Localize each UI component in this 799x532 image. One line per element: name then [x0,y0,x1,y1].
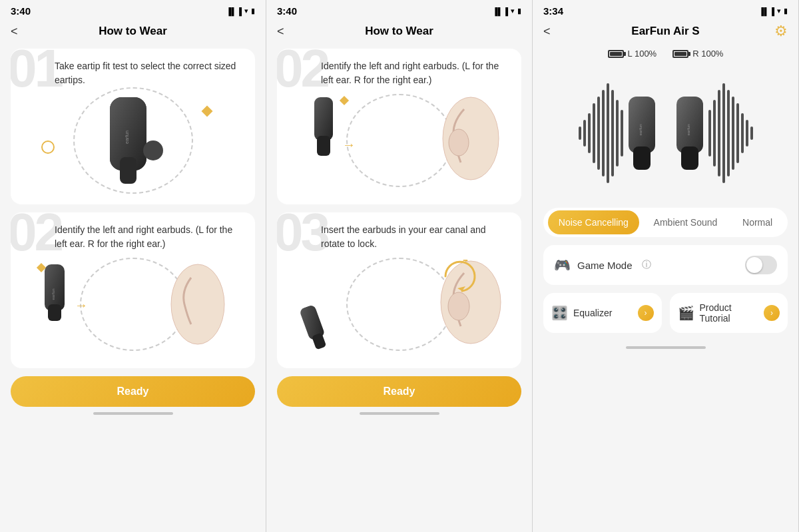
time-3: 3:34 [543,5,563,17]
wave-bar [621,110,623,156]
svg-rect-22 [681,146,698,170]
screen-2: 3:40 ▐▌▐ ▾ ▮ < How to Wear 02 Identify t… [266,0,533,532]
tutorial-card[interactable]: 🎬 Product Tutorial › [670,293,788,333]
equalizer-content: 🎛️ Equalizer [551,305,612,321]
feature-links: 🎛️ Equalizer › 🎬 Product Tutorial › [543,293,788,333]
status-icons-2: ▐▌▐ ▾ ▮ [493,7,521,15]
signal-icon-2: ▐▌▐ [493,7,508,15]
mode-selector: Noise Cancelling Ambient Sound Normal [543,208,788,237]
svg-rect-19 [633,146,651,170]
status-bar-1: 3:40 ▐▌▐ ▾ ▮ [0,0,266,19]
game-mode-row: 🎮 Game Mode ⓘ [543,245,788,285]
gear-icon[interactable]: ⚙ [774,23,788,40]
yellow-arrow-s2: → [342,137,356,152]
wave-bar [746,120,748,146]
step-02-card-s1: 02 Identify the left and right earbuds. … [11,212,255,368]
earbuds-hero: earfun earfun [533,67,799,200]
equalizer-icon: 🎛️ [551,305,568,321]
wave-bar [708,110,711,156]
wave-bar [588,113,591,153]
svg-rect-6 [45,264,65,311]
battery-right-label: R 100% [692,49,723,59]
battery-icon-status: ▮ [251,7,255,15]
step-02-card-s2: 02 Identify the left and right earbuds. … [277,49,521,204]
svg-text:earfun: earfun [51,288,55,300]
wave-bar [727,90,730,176]
svg-point-14 [448,292,469,320]
equalizer-card[interactable]: 🎛️ Equalizer › [543,293,662,333]
time-2: 3:40 [277,5,297,17]
tutorial-chevron: › [764,305,780,321]
nav-title-3: EarFun Air S [631,25,699,38]
earbud-left-hero: earfun [625,93,662,173]
status-icons-3: ▐▌▐ ▾ ▮ [759,7,788,15]
wave-bar [579,127,581,140]
battery-right: R 100% [672,49,723,59]
back-button-1[interactable]: < [11,25,18,39]
battery-icon-status-3: ▮ [784,7,788,15]
battery-right-icon [672,50,688,58]
dashed-circle-1 [73,87,193,194]
ready-button-2[interactable]: Ready [277,376,521,407]
home-indicator-1 [93,412,173,415]
equalizer-chevron: › [638,305,654,321]
earbud-small-s1: earfun [41,264,75,324]
svg-rect-11 [314,97,333,140]
svg-text:earfun: earfun [686,124,690,135]
step-02-illustration-s1: earfun → [21,251,244,358]
yellow-rotate-arrow [439,256,479,296]
status-bar-2: 3:40 ▐▌▐ ▾ ▮ [266,0,532,19]
step-03-card-s2: 03 Insert the earbuds in your ear canal … [277,212,521,368]
svg-point-5 [171,264,224,344]
content-1: 01 Take eartip fit test to select the co… [0,43,266,515]
earbud-locked-s2 [297,301,338,354]
equalizer-label: Equalizer [573,308,612,318]
game-mode-info-icon[interactable]: ⓘ [642,259,651,271]
wave-bar [602,90,605,176]
wifi-icon-2: ▾ [511,7,515,15]
earbud-insert-s2 [311,97,341,160]
nav-title-1: How to Wear [99,25,167,38]
wave-bar [713,100,716,166]
time-1: 3:40 [11,5,31,17]
status-icons-1: ▐▌▐ ▾ ▮ [226,7,255,15]
earbud-right-hero: earfun [670,93,706,173]
wave-bar [750,127,753,140]
waveform: earfun earfun [533,67,799,200]
tutorial-label: Product Tutorial [700,302,764,324]
battery-left-icon [608,50,624,58]
game-mode-icon: 🎮 [554,257,571,273]
battery-right-fill [674,52,686,56]
step-01-illustration: earfun [21,87,244,194]
nav-bar-3: < EarFun Air S ⚙ [533,19,798,43]
mode-ambient-sound[interactable]: Ambient Sound [643,210,728,234]
battery-left-label: L 100% [628,49,657,59]
wifi-icon-3: ▾ [777,7,781,15]
wave-bar [597,97,600,170]
step-03-text-s2: Insert the earbuds in your ear canal and… [321,223,511,251]
home-indicator-2 [360,412,439,415]
game-mode-text: Game Mode [577,260,633,271]
mode-normal[interactable]: Normal [732,210,783,234]
ear-svg-s2 [411,91,504,187]
battery-icon-status-2: ▮ [517,7,521,15]
wave-bar [741,113,744,153]
yellow-circle-1 [41,140,55,154]
mode-noise-cancelling[interactable]: Noise Cancelling [548,210,639,234]
step-01-text: Take eartip fit test to select the corre… [55,59,244,87]
back-button-3[interactable]: < [543,25,551,39]
step-02-illustration-s2: → [288,87,511,194]
status-bar-3: 3:34 ▐▌▐ ▾ ▮ [533,0,798,19]
svg-text:earfun: earfun [639,124,643,135]
wave-bar [611,90,614,176]
wave-bar [732,97,734,170]
screen-1: 3:40 ▐▌▐ ▾ ▮ < How to Wear 01 Take earti… [0,0,266,532]
game-mode-toggle[interactable] [745,256,777,274]
home-indicator-3 [626,346,706,349]
nav-title-2: How to Wear [365,25,433,38]
ready-button-1[interactable]: Ready [11,376,255,407]
wave-bar [583,120,586,146]
tutorial-content: 🎬 Product Tutorial [678,302,764,324]
svg-rect-12 [317,136,330,156]
back-button-2[interactable]: < [277,25,284,39]
